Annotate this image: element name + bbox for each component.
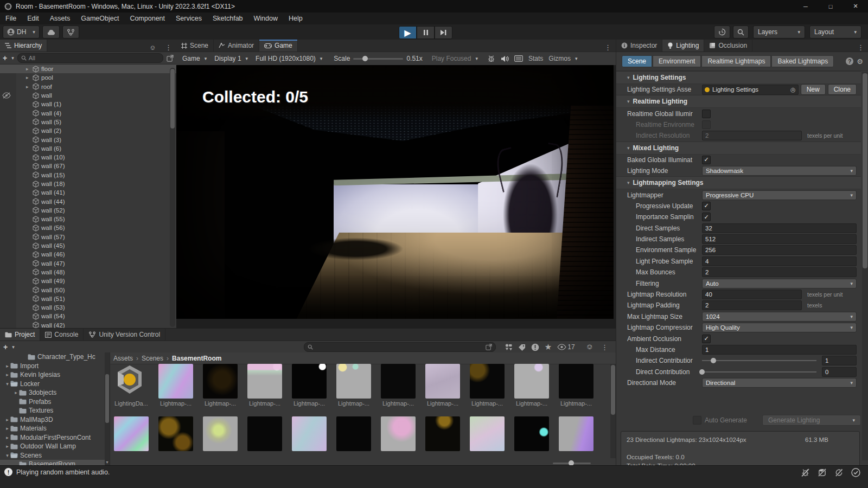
cache-disabled-icon[interactable] <box>818 468 827 477</box>
hierarchy-item[interactable]: wall (2) <box>0 126 176 135</box>
menu-file[interactable]: File <box>0 12 22 24</box>
maximize-button[interactable]: □ <box>818 0 843 12</box>
menu-help[interactable]: Help <box>283 12 308 24</box>
hierarchy-item[interactable]: wall (42) <box>0 321 176 328</box>
hierarchy-item[interactable]: wall (10) <box>0 153 176 162</box>
foldout-icon[interactable]: ▸ <box>4 426 10 431</box>
folder-item[interactable]: ▾Locker <box>0 380 110 389</box>
asset-tile[interactable] <box>155 416 197 451</box>
open-new-window-icon[interactable] <box>167 55 174 62</box>
foldout-icon[interactable]: ▸ <box>4 444 10 449</box>
refresh-disabled-icon[interactable] <box>834 468 844 477</box>
hierarchy-item[interactable]: wall (56) <box>0 223 176 232</box>
layers-dropdown[interactable]: Layers▾ <box>753 25 805 38</box>
field-lightmap-resolution[interactable]: 40 <box>702 290 802 299</box>
panel-menu-icon[interactable]: ⋮ <box>600 43 616 52</box>
menu-assets[interactable]: Assets <box>44 12 76 24</box>
field-lightmap-padding[interactable]: 2 <box>702 300 802 310</box>
hierarchy-item[interactable]: wall (1) <box>0 100 176 108</box>
dropdown-lighting-mode[interactable]: Shadowmask▾ <box>702 166 857 176</box>
new-button[interactable]: New <box>801 84 826 95</box>
checkbox-ambient-occlusion[interactable]: ✓ <box>702 335 711 343</box>
step-button[interactable] <box>435 26 452 39</box>
subtab-scene[interactable]: Scene <box>622 55 652 67</box>
tab-animator[interactable]: Animator <box>214 40 259 52</box>
tab-game[interactable]: Game <box>259 40 298 52</box>
panel-lock-icon[interactable]: ⎊ <box>583 343 597 351</box>
hierarchy-item[interactable]: wall (53) <box>0 303 176 312</box>
hierarchy-item[interactable]: wall (15) <box>0 171 176 179</box>
foldout-icon[interactable]: ▸ <box>26 75 33 80</box>
hierarchy-item[interactable]: wall (41) <box>0 188 176 197</box>
folder-item[interactable]: ▸MallMap3D <box>0 415 110 425</box>
vsync-grid-icon[interactable] <box>514 55 523 62</box>
stats-button[interactable]: Stats <box>528 55 543 62</box>
gizmos-dropdown[interactable]: Gizmos▾ <box>548 55 577 62</box>
foldout-icon[interactable]: ▸ <box>4 372 10 377</box>
hierarchy-item[interactable]: wall (49) <box>0 277 176 285</box>
section-realtime-lighting[interactable]: ▾Realtime Lighting <box>616 95 861 108</box>
asset-tile[interactable] <box>244 416 286 451</box>
layout-dropdown[interactable]: Layout▾ <box>809 25 861 38</box>
status-message-row[interactable]: ! Playing random ambient audio. <box>0 466 114 478</box>
breadcrumb-scenes[interactable]: Scenes <box>142 355 163 362</box>
create-asset-button[interactable]: + <box>3 343 8 351</box>
section-mixed-lighting[interactable]: ▾Mixed Lighting <box>616 142 861 155</box>
subtab-environment[interactable]: Environment <box>653 55 701 67</box>
menu-window[interactable]: Window <box>248 12 283 24</box>
field-light-probe-sample[interactable]: 4 <box>702 256 857 266</box>
hierarchy-item[interactable]: wall (5) <box>0 118 176 126</box>
clone-button[interactable]: Clone <box>828 84 857 95</box>
hierarchy-item[interactable]: ▸roof <box>0 82 176 91</box>
asset-tile[interactable] <box>199 416 241 451</box>
slider-value-field[interactable]: 1 <box>822 356 857 365</box>
auto-generate-checkbox[interactable] <box>693 416 701 425</box>
favorites-star-icon[interactable]: ★ <box>545 342 552 352</box>
tab-hierarchy[interactable]: Hierarchy <box>0 40 47 52</box>
folder-item[interactable]: ▸Materials <box>0 424 110 433</box>
slider-value-field[interactable]: 0 <box>822 367 857 377</box>
object-picker-icon[interactable]: ◎ <box>790 86 796 93</box>
hierarchy-item[interactable]: wall (67) <box>0 162 176 170</box>
foldout-icon[interactable]: ▸ <box>4 363 10 369</box>
account-dropdown[interactable]: DH ▾ <box>3 25 40 38</box>
field-environment-sample[interactable]: 256 <box>702 245 857 255</box>
asset-tile[interactable]: Lightmap-... <box>333 364 375 407</box>
section-lighting-settings[interactable]: ▾Lighting Settings <box>616 71 861 84</box>
thumbnail-size-slider[interactable] <box>553 463 591 464</box>
tab-project[interactable]: Project <box>0 329 40 341</box>
asset-tile[interactable]: Lightmap-... <box>422 364 464 407</box>
hierarchy-item[interactable]: wall (50) <box>0 285 176 294</box>
checkbox-realtime-global-illumir[interactable] <box>702 110 711 118</box>
folder-item[interactable]: ▾Scenes <box>0 451 110 460</box>
hierarchy-item[interactable]: wall (44) <box>0 197 176 206</box>
close-button[interactable]: ✕ <box>843 0 868 12</box>
panel-menu-icon[interactable]: ⋮ <box>853 43 868 52</box>
hierarchy-item[interactable]: wall (6) <box>0 144 176 153</box>
play-focused-dropdown[interactable]: Play Focused▾ <box>428 52 482 65</box>
hierarchy-scrollbar[interactable] <box>170 68 175 327</box>
debug-bug-icon[interactable] <box>487 55 495 62</box>
cloud-button[interactable] <box>42 25 60 38</box>
pause-button[interactable] <box>417 26 435 39</box>
hierarchy-item[interactable]: wall (47) <box>0 259 176 268</box>
lighting-settings-asset-field[interactable]: Lighting Settings◎ <box>702 85 799 95</box>
foldout-icon[interactable]: ▸ <box>26 84 33 89</box>
dropdown-filtering[interactable]: Auto▾ <box>702 279 857 288</box>
hierarchy-item[interactable]: wall (4) <box>0 108 176 117</box>
hierarchy-item[interactable]: wall (46) <box>0 250 176 259</box>
asset-tile[interactable] <box>510 416 553 451</box>
asset-tile[interactable]: Lightmap-... <box>555 364 597 407</box>
panel-menu-icon[interactable]: ⋮ <box>597 343 612 351</box>
field-indirect-samples[interactable]: 512 <box>702 234 857 244</box>
hierarchy-item[interactable]: wall (52) <box>0 206 176 215</box>
gear-icon[interactable]: ⚙ <box>857 57 863 66</box>
tree-scrollbar[interactable]: ▾ <box>105 352 110 466</box>
folder-item[interactable]: ▸3dobjects <box>0 388 110 397</box>
asset-tile[interactable] <box>555 416 597 451</box>
panel-menu-icon[interactable]: ⋮ <box>161 43 176 52</box>
resolution-dropdown[interactable]: Full HD (1920x1080)▾ <box>252 52 326 65</box>
subtab-baked-lightmaps[interactable]: Baked Lightmaps <box>771 55 834 67</box>
hierarchy-item[interactable]: wall <box>0 91 176 100</box>
menu-edit[interactable]: Edit <box>22 12 44 24</box>
